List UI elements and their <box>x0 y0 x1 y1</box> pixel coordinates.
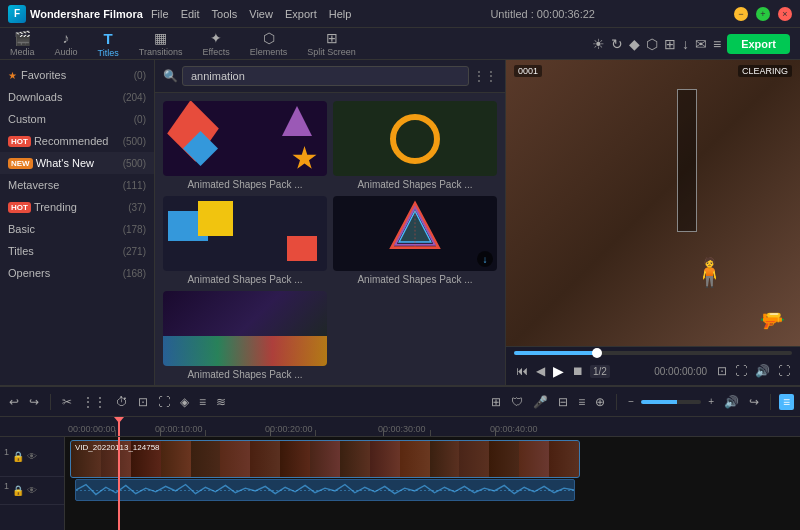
audio-adj-button[interactable]: ≡ <box>196 393 209 411</box>
tl-t1-button[interactable]: ⊞ <box>488 393 504 411</box>
audio-clip[interactable] <box>75 479 575 501</box>
toolbar-titles[interactable]: T Titles <box>98 30 119 58</box>
zoom-button[interactable]: ⛶ <box>733 362 749 380</box>
cut-button[interactable]: ✂ <box>59 393 75 411</box>
menu-export[interactable]: Export <box>285 8 317 20</box>
title-name-3: Animated Shapes Pack ... <box>163 274 327 285</box>
sidebar-item-openers[interactable]: Openers (168) <box>0 262 154 284</box>
sidebar-openers-count: (168) <box>123 268 146 279</box>
menu-help[interactable]: Help <box>329 8 352 20</box>
timeline: ↩ ↪ ✂ ⋮⋮ ⏱ ⊡ ⛶ ◈ ≡ ≋ ⊞ 🛡 🎤 ⊟ ≡ ⊕ − + 🔊 ↪… <box>0 385 800 530</box>
track-labels: 1 🔒 👁 1 🔒 👁 <box>0 437 65 530</box>
menu-edit[interactable]: Edit <box>181 8 200 20</box>
settings-button[interactable]: ↪ <box>746 393 762 411</box>
hex-icon[interactable]: ⬡ <box>646 36 658 52</box>
export-button[interactable]: Export <box>727 34 790 54</box>
title-bar: F Wondershare Filmora File Edit Tools Vi… <box>0 0 800 28</box>
menu-tools[interactable]: Tools <box>212 8 238 20</box>
sidebar-item-trending[interactable]: HOT Trending (37) <box>0 196 154 218</box>
title-item-2[interactable]: Animated Shapes Pack ... <box>333 101 497 190</box>
undo-button[interactable]: ↩ <box>6 393 22 411</box>
search-input[interactable] <box>182 66 469 86</box>
title-item-4[interactable]: ↓ Animated Shapes Pack ... <box>333 196 497 285</box>
split-button[interactable]: ⋮⋮ <box>79 393 109 411</box>
fit-button[interactable]: ⛶ <box>155 393 173 411</box>
crop-preview-button[interactable]: ⊡ <box>715 362 729 380</box>
grid-view-icon[interactable]: ⋮⋮ <box>473 69 497 83</box>
grid-icon2[interactable]: ⊞ <box>664 36 676 52</box>
zoom-out-button[interactable]: − <box>625 394 637 409</box>
fullscreen-button[interactable]: ⛶ <box>776 362 792 380</box>
tl-t6-button[interactable]: ⊕ <box>592 393 608 411</box>
ruler-tick-2 <box>160 428 161 436</box>
tl-t3-button[interactable]: 🎤 <box>530 393 551 411</box>
sidebar-item-metaverse[interactable]: Metaverse (111) <box>0 174 154 196</box>
ruler-tick-6 <box>383 428 384 436</box>
progress-bar[interactable] <box>514 351 792 355</box>
more-button[interactable]: ≡ <box>779 394 794 410</box>
track2-eye-icon[interactable]: 👁 <box>27 485 37 496</box>
diamond-icon[interactable]: ◆ <box>629 36 640 52</box>
close-button[interactable]: × <box>778 7 792 21</box>
toolbar-media[interactable]: 🎬 Media <box>10 30 35 57</box>
sidebar-item-whats-new[interactable]: NEW What's New (500) <box>0 152 154 174</box>
title-item-3[interactable]: Animated Shapes Pack ... <box>163 196 327 285</box>
maximize-button[interactable]: + <box>756 7 770 21</box>
zoom-in-button[interactable]: + <box>705 394 717 409</box>
toolbar-transitions[interactable]: ▦ Transitions <box>139 30 183 57</box>
menu-icon[interactable]: ≡ <box>713 36 721 52</box>
step-back-button[interactable]: ◀ <box>534 362 547 380</box>
effects-label: Effects <box>202 47 229 57</box>
menu-view[interactable]: View <box>249 8 273 20</box>
toolbar-split-screen[interactable]: ⊞ Split Screen <box>307 30 356 57</box>
app-logo: F Wondershare Filmora <box>8 5 143 23</box>
sidebar-item-recommended[interactable]: HOT Recommended (500) <box>0 130 154 152</box>
download-header-icon[interactable]: ↓ <box>682 36 689 52</box>
toolbar-effects[interactable]: ✦ Effects <box>202 30 229 57</box>
preview-label-left: 0001 <box>514 65 542 77</box>
speed-button[interactable]: ⏱ <box>113 393 131 411</box>
title-name-1: Animated Shapes Pack ... <box>163 179 327 190</box>
volume-button[interactable]: 🔊 <box>753 362 772 380</box>
title-item-1[interactable]: Animated Shapes Pack ... <box>163 101 327 190</box>
zoom-slider[interactable] <box>641 400 701 404</box>
tl-t4-button[interactable]: ⊟ <box>555 393 571 411</box>
video-clip[interactable]: VID_20220113_124758 <box>70 440 580 478</box>
sidebar-item-favorites[interactable]: ★ Favorites (0) <box>0 64 154 86</box>
volume-tl-button[interactable]: 🔊 <box>721 393 742 411</box>
split-screen-label: Split Screen <box>307 47 356 57</box>
frame-4 <box>161 441 191 477</box>
minimize-button[interactable]: − <box>734 7 748 21</box>
sidebar-item-titles[interactable]: Titles (271) <box>0 240 154 262</box>
refresh-icon[interactable]: ↻ <box>611 36 623 52</box>
tl-t5-button[interactable]: ≡ <box>575 393 588 411</box>
zoom-control <box>641 400 701 404</box>
redo-button[interactable]: ↪ <box>26 393 42 411</box>
title-thumb-2 <box>333 101 497 176</box>
audio-icon: ♪ <box>63 30 70 46</box>
transitions-icon: ▦ <box>154 30 167 46</box>
progress-thumb[interactable] <box>592 348 602 358</box>
menu-file[interactable]: File <box>151 8 169 20</box>
sidebar-item-custom[interactable]: Custom (0) <box>0 108 154 130</box>
track1-lock-icon[interactable]: 🔒 <box>12 451 24 462</box>
sidebar-favorites-label: Favorites <box>21 69 134 81</box>
toolbar-audio[interactable]: ♪ Audio <box>55 30 78 57</box>
play-button[interactable]: ▶ <box>551 361 566 381</box>
track1-eye-icon[interactable]: 👁 <box>27 451 37 462</box>
stop-button[interactable]: ⏹ <box>570 362 586 380</box>
color-button[interactable]: ◈ <box>177 393 192 411</box>
mail-icon[interactable]: ✉ <box>695 36 707 52</box>
sun-icon[interactable]: ☀ <box>592 36 605 52</box>
scene-door <box>677 89 697 232</box>
title-item-5[interactable]: Animated Shapes Pack ... <box>163 291 327 380</box>
tl-t2-button[interactable]: 🛡 <box>508 393 526 411</box>
sidebar-item-basic[interactable]: Basic (178) <box>0 218 154 240</box>
crop-button[interactable]: ⊡ <box>135 393 151 411</box>
sidebar-item-downloads[interactable]: Downloads (204) <box>0 86 154 108</box>
motion-button[interactable]: ≋ <box>213 393 229 411</box>
toolbar-elements[interactable]: ⬡ Elements <box>250 30 288 57</box>
speed-select[interactable]: 1/2 <box>590 365 610 378</box>
skip-back-button[interactable]: ⏮ <box>514 362 530 380</box>
track2-lock-icon[interactable]: 🔒 <box>12 485 24 496</box>
